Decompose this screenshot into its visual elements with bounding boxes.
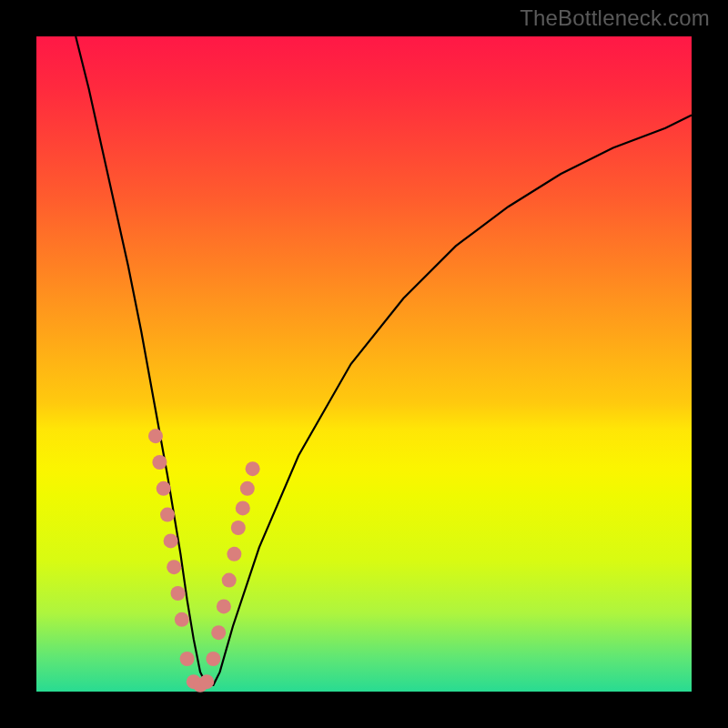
marker-dot: [231, 521, 246, 535]
marker-dot: [240, 481, 255, 496]
marker-dot: [157, 481, 171, 496]
marker-dot: [206, 652, 220, 666]
marker-dot: [171, 586, 186, 601]
chart-frame: TheBottleneck.com: [0, 0, 728, 728]
marker-dot: [152, 455, 167, 470]
watermark-text: TheBottleneck.com: [520, 5, 710, 31]
marker-dot: [227, 547, 241, 561]
highlighted-markers: [148, 429, 260, 693]
marker-dot: [148, 429, 163, 443]
marker-dot: [199, 674, 214, 689]
marker-dot: [164, 533, 178, 548]
marker-dot: [167, 560, 181, 574]
marker-dot: [222, 573, 237, 588]
marker-dot: [160, 508, 175, 522]
curve-layer: [36, 36, 692, 692]
marker-dot: [217, 599, 231, 613]
marker-dot: [236, 500, 250, 515]
plot-area: [36, 36, 692, 692]
bottleneck-curve: [76, 36, 692, 685]
marker-dot: [246, 461, 260, 476]
marker-dot: [175, 612, 189, 627]
marker-dot: [211, 625, 226, 640]
marker-dot: [180, 652, 195, 666]
